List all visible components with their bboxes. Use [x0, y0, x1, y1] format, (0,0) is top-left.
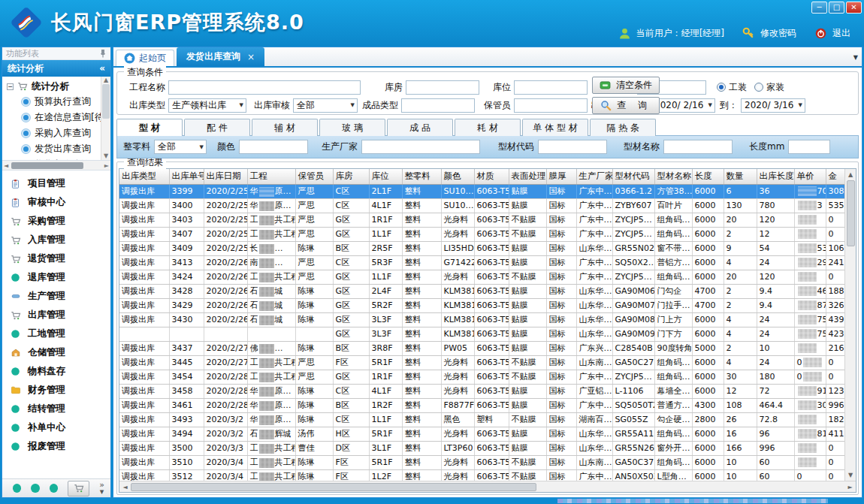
- column-header[interactable]: 材质: [474, 169, 509, 184]
- material-tab[interactable]: 隔 热 条: [590, 119, 656, 136]
- table-row[interactable]: 调拨出库34612020/2/28华原…陈琳B区1R2F整料F8877FT606…: [119, 398, 844, 412]
- collapse-arrow-icon[interactable]: «: [99, 63, 105, 74]
- code-input[interactable]: [538, 140, 607, 154]
- column-header[interactable]: 数量: [724, 169, 757, 184]
- column-header[interactable]: 颜色: [441, 169, 474, 184]
- close-button[interactable]: ✕: [846, 2, 862, 14]
- material-tab[interactable]: 配 件: [184, 119, 250, 136]
- audit-select[interactable]: 全部▼: [293, 98, 358, 113]
- sidebar-menu-item[interactable]: 入库管理: [2, 231, 110, 249]
- sidebar-menu-item[interactable]: 退货管理: [2, 249, 110, 268]
- column-header[interactable]: 出库单号: [169, 169, 204, 184]
- table-row[interactable]: 调拨出库34302020/2/26石城陈琳G区3L3F整料KLM38176063…: [119, 312, 844, 327]
- column-header[interactable]: 出库类型: [119, 169, 169, 184]
- change-password-link[interactable]: 修改密码: [760, 27, 796, 40]
- part-select[interactable]: 全部▼: [154, 140, 207, 154]
- column-header[interactable]: 长度: [692, 169, 724, 184]
- table-row[interactable]: 调拨出库34032020/2/25工共工程严思G区1R1F整料光身料6063-T…: [119, 213, 844, 227]
- sidebar-menu-item[interactable]: 财务管理: [2, 381, 110, 400]
- out-type-select[interactable]: 生产领料出库▼: [168, 98, 246, 113]
- color-input[interactable]: [239, 140, 308, 154]
- tree-expander-icon[interactable]: −: [7, 83, 14, 90]
- radio-gongzhuang[interactable]: [717, 83, 726, 92]
- sidebar-menu-item[interactable]: 补单中心: [2, 418, 110, 437]
- column-header[interactable]: 整零料: [402, 169, 441, 184]
- table-row[interactable]: 调拨出库35002020/3/3工共工程曹佳D区3L1F整料LT3P606063…: [119, 441, 844, 455]
- keeper-input[interactable]: [514, 98, 588, 113]
- table-row[interactable]: G区3L3F整料KLM38176063-T5贴膜国标山东华…GA90M09…门下…: [119, 327, 844, 341]
- sidebar-menu-item[interactable]: 工地管理: [2, 324, 110, 343]
- column-header[interactable]: 型材代码: [612, 169, 654, 184]
- product-type-input[interactable]: [401, 98, 475, 113]
- name-input[interactable]: [663, 140, 733, 154]
- sidebar-menu-item[interactable]: 结转管理: [2, 400, 110, 418]
- table-horizontal-scrollbar[interactable]: ◄►: [119, 481, 856, 492]
- date-to-select[interactable]: 2020/ 3/16▼: [741, 98, 805, 113]
- tab-home[interactable]: 起始页: [116, 50, 174, 66]
- date-from-select[interactable]: 2020/ 2/16▼: [651, 98, 715, 113]
- column-header[interactable]: 保管员: [295, 169, 333, 184]
- table-row[interactable]: 调拨出库34002020/2/25华原…严思C区4L1F整料SU10…6063-…: [119, 198, 844, 213]
- column-header[interactable]: 工程: [247, 169, 295, 184]
- column-header[interactable]: 生产厂家: [576, 169, 612, 184]
- sidebar-tree-item[interactable]: 收货入库查询: [2, 157, 110, 161]
- table-row[interactable]: 调拨出库34452020/2/27工共工程严思F区5R1F整料光身料6063-T…: [119, 355, 844, 370]
- column-header[interactable]: 型材名称: [654, 169, 692, 184]
- tab-close-icon[interactable]: ×: [247, 52, 255, 62]
- tree-root-node[interactable]: − 统计分析: [2, 79, 110, 94]
- table-row[interactable]: 调拨出库35122020/3/4工共工程陈琳F区1L2F整料光身料6063-T5…: [119, 469, 844, 481]
- location-input[interactable]: [514, 80, 588, 95]
- sidebar-menu-item[interactable]: 采购管理: [2, 212, 110, 231]
- material-tab[interactable]: 辅 材: [252, 119, 318, 136]
- table-row[interactable]: 调拨出库34282020/2/26石城陈琳G区2L4F整料KLM38176063…: [119, 284, 844, 298]
- radio-jiazhuang[interactable]: [754, 83, 763, 92]
- more-modules-button[interactable]: »▾: [99, 481, 104, 495]
- material-tab[interactable]: 单 体 型 材: [522, 119, 588, 136]
- table-row[interactable]: 调拨出库34072020/2/25工共工程严思G区1L1F整料光身料6063-T…: [119, 227, 844, 241]
- pin-icon[interactable]: [99, 49, 107, 58]
- project-name-input[interactable]: [168, 80, 361, 95]
- tree-vertical-scrollbar[interactable]: ▲▼: [101, 77, 110, 160]
- sidebar-menu-item[interactable]: 生产管理: [2, 287, 110, 306]
- table-row[interactable]: 调拨出库34582020/2/28华原…陈琳C区4L1F整料光身料6063-T5…: [119, 384, 844, 398]
- material-tab[interactable]: 成 品: [387, 119, 453, 136]
- minimize-button[interactable]: ─: [811, 2, 827, 14]
- column-header[interactable]: 出库日期: [204, 169, 247, 184]
- factory-input[interactable]: [361, 140, 480, 154]
- table-row[interactable]: 调拨出库34132020/2/26南…严思C区5R3F整料G714226063-…: [119, 255, 844, 270]
- table-row[interactable]: 调拨出库34292020/2/26石城陈琳G区5R2F整料KLM38176063…: [119, 298, 844, 312]
- table-row[interactable]: 调拨出库34372020/2/27佛…陈琳B区3R8F整料PW056063-T5…: [119, 341, 844, 355]
- column-header[interactable]: 金: [826, 169, 844, 184]
- tab-list-dropdown-icon[interactable]: ▼: [853, 54, 858, 61]
- clear-conditions-button[interactable]: 清空条件: [592, 77, 660, 94]
- table-row[interactable]: 调拨出库35102020/3/4工共工程陈琳F区5R1F整料光身料6063-T5…: [119, 455, 844, 469]
- length-input[interactable]: [788, 140, 830, 154]
- table-row[interactable]: 调拨出库33992020/2/25华原…严思C区2L1F整料SU10…6063-…: [119, 184, 844, 198]
- module-cart-button[interactable]: [68, 481, 89, 496]
- sidebar-tree-item[interactable]: 发货出库查询: [2, 141, 110, 157]
- table-vertical-scrollbar[interactable]: ▲▼: [844, 169, 856, 481]
- warehouse-input[interactable]: [406, 80, 479, 95]
- sidebar-menu-item[interactable]: 审核中心: [2, 193, 110, 212]
- logout-link[interactable]: 退出: [832, 27, 850, 40]
- module-dot-icon[interactable]: [31, 484, 39, 493]
- material-tab[interactable]: 型 材: [116, 119, 183, 136]
- maximize-button[interactable]: □: [829, 2, 844, 14]
- search-button[interactable]: 查 询: [592, 97, 660, 114]
- module-dot-icon[interactable]: [50, 484, 58, 493]
- table-row[interactable]: 调拨出库34092020/2/25长…陈琳B区2R5F整料LI35HD6063-…: [119, 241, 844, 255]
- sidebar-tree-item[interactable]: 在途信息查询[待: [2, 110, 110, 125]
- column-header[interactable]: 库房: [333, 169, 369, 184]
- column-header[interactable]: 表面处理: [509, 169, 546, 184]
- sidebar-menu-item[interactable]: 项目管理: [2, 174, 110, 193]
- sidebar-menu-item[interactable]: 仓储管理: [2, 343, 110, 362]
- sidebar-tree-item[interactable]: 采购入库查询: [2, 125, 110, 141]
- module-dot-icon[interactable]: [13, 484, 21, 493]
- table-row[interactable]: 调拨出库34932020/3/2华原…陈琳C区1L1F整料黑色塑料不贴膜国标湖南…: [119, 412, 844, 427]
- sidebar-menu-item[interactable]: 报废管理: [2, 437, 110, 456]
- sidebar-menu-item[interactable]: 出库管理: [2, 306, 110, 324]
- sidebar-menu-item[interactable]: 退库管理: [2, 268, 110, 287]
- table-row[interactable]: 调拨出库34242020/2/26工共工程严思G区1L1F整料光身料6063-T…: [119, 270, 844, 284]
- material-tab[interactable]: 玻 璃: [319, 119, 385, 136]
- column-header[interactable]: 库位: [369, 169, 402, 184]
